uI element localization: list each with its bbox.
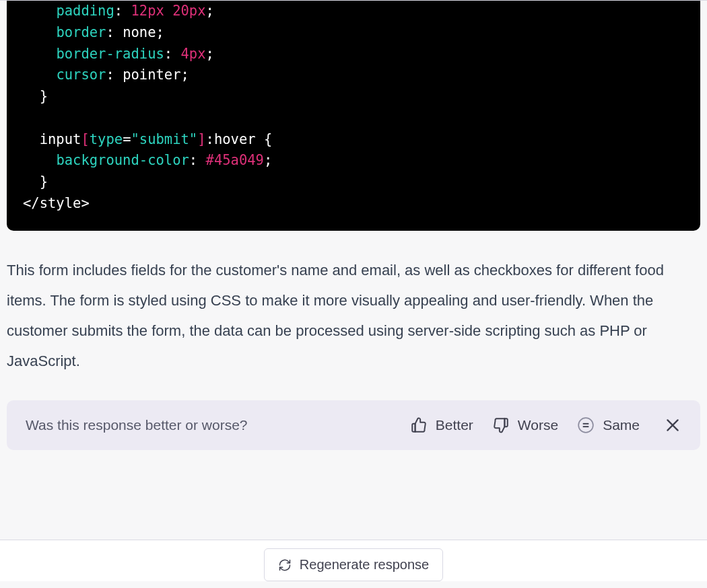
equals-icon	[577, 416, 595, 434]
response-description: This form includes fields for the custom…	[7, 255, 700, 376]
thumbs-up-icon	[410, 416, 428, 434]
feedback-prompt: Was this response better or worse?	[26, 417, 391, 433]
close-icon	[664, 416, 681, 434]
feedback-worse-label: Worse	[518, 417, 558, 433]
feedback-bar: Was this response better or worse? Bette…	[7, 400, 700, 450]
code-block: padding: 12px 20px; border: none; border…	[7, 1, 700, 231]
thumbs-down-icon	[492, 416, 510, 434]
regenerate-icon	[278, 558, 292, 572]
feedback-better-button[interactable]: Better	[410, 416, 473, 434]
feedback-better-label: Better	[436, 417, 473, 433]
feedback-same-button[interactable]: Same	[577, 416, 640, 434]
feedback-worse-button[interactable]: Worse	[492, 416, 558, 434]
feedback-close-button[interactable]	[664, 416, 681, 434]
regenerate-label: Regenerate response	[300, 557, 429, 573]
svg-point-0	[578, 418, 593, 433]
feedback-same-label: Same	[603, 417, 640, 433]
bottom-bar: Regenerate response	[0, 540, 707, 581]
regenerate-button[interactable]: Regenerate response	[264, 548, 443, 581]
